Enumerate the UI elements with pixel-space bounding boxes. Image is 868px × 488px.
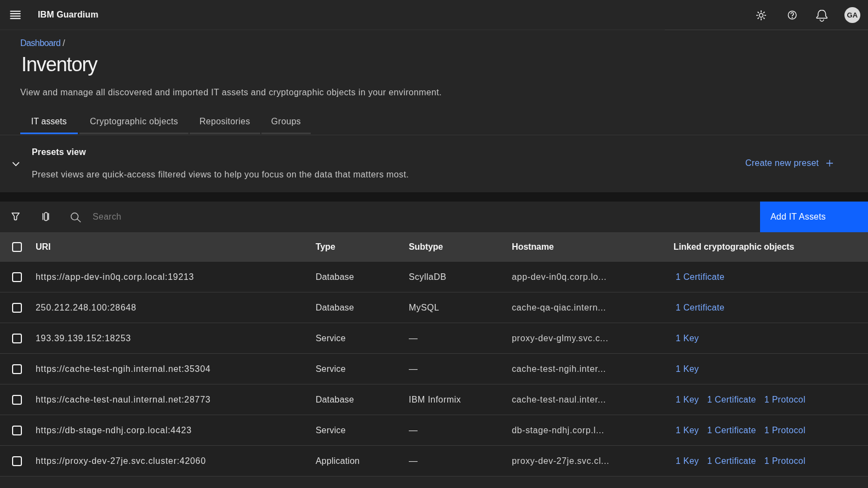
svg-text:GA: GA — [847, 11, 858, 19]
